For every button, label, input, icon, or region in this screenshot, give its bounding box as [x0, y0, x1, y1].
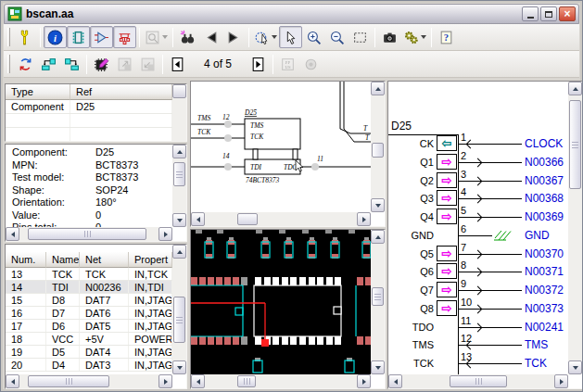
pin-row[interactable]: Q6 ⇨ 8 N00371: [388, 263, 568, 282]
scroll-up-button[interactable]: [371, 82, 385, 95]
scrollbar-vertical[interactable]: [371, 82, 385, 212]
toolbar-grip[interactable]: [7, 55, 10, 73]
column-header[interactable]: Name: [46, 252, 80, 268]
scrollbar-thumb[interactable]: [28, 375, 109, 387]
scroll-down-button[interactable]: [371, 198, 385, 212]
scrollbar-vertical[interactable]: [371, 230, 385, 374]
tools-button[interactable]: [14, 26, 37, 48]
property-row[interactable]: Value:0: [6, 209, 172, 222]
scrollbar-horizontal[interactable]: [191, 212, 371, 226]
pin-row[interactable]: CK ⇦ 1 CLOCK: [388, 135, 568, 154]
scrollbar-thumb[interactable]: [372, 287, 384, 306]
forward-button[interactable]: [222, 26, 246, 48]
pcb-viewport[interactable]: [190, 229, 386, 389]
scroll-up-button[interactable]: [568, 82, 582, 95]
table-row[interactable]: ComponentD25: [6, 100, 172, 114]
zoom-in-button[interactable]: [302, 26, 325, 48]
scroll-right-button[interactable]: [357, 212, 371, 226]
pin-row[interactable]: TDO 11 N00241: [388, 319, 568, 337]
back-button[interactable]: [199, 26, 222, 48]
property-row[interactable]: Orientation:180°: [6, 196, 172, 209]
column-header[interactable]: Ref: [70, 84, 172, 100]
scroll-up-button[interactable]: [172, 84, 186, 98]
column-header[interactable]: Propert: [129, 252, 172, 268]
pin-row[interactable]: GND 6 GND: [388, 227, 568, 246]
pin-row[interactable]: Q7 ⇨ 9 N00372: [388, 282, 568, 300]
scrollbar-thumb[interactable]: [569, 100, 581, 189]
properties-panel[interactable]: Component:D25MPN:BCT8373Test model:BCT83…: [5, 144, 187, 242]
scroll-left-button[interactable]: [6, 374, 19, 388]
pin-row[interactable]: TMS 12 TMS: [388, 336, 568, 355]
pp-us-button[interactable]: PPUS: [276, 53, 299, 75]
property-row[interactable]: Test model:BCT8373: [6, 171, 172, 184]
scroll-left-button[interactable]: [191, 374, 205, 388]
previous-page-button[interactable]: [166, 53, 189, 75]
pin-row[interactable]: Q4 ⇨ 5 N00369: [388, 209, 568, 227]
maximize-button[interactable]: [540, 6, 557, 21]
table-row[interactable]: 13TCKTCKIN,TCK: [6, 268, 172, 281]
close-button[interactable]: ×: [559, 6, 576, 21]
schematic-viewport[interactable]: D25 TMS TCK 12 14 11 TMS TCK TDI TDO 74B…: [190, 81, 386, 227]
title-bar[interactable]: bscan.aa ×: [4, 4, 579, 24]
schematic-view-button[interactable]: [90, 26, 113, 48]
scrollbar-thumb[interactable]: [237, 375, 256, 387]
scroll-down-button[interactable]: [568, 360, 582, 374]
table-row[interactable]: 18VCC+5VPOWER: [6, 333, 172, 346]
component-list-button[interactable]: [67, 26, 90, 48]
info-button[interactable]: i: [44, 26, 67, 48]
pin-row[interactable]: TCK 13 TCK: [388, 355, 568, 373]
toolbar-grip[interactable]: [7, 28, 10, 46]
scrollbar-thumb[interactable]: [372, 143, 384, 158]
scroll-right-button[interactable]: [554, 374, 568, 388]
pin-row[interactable]: Q3 ⇨ 4 N00368: [388, 190, 568, 209]
scrollbar-vertical[interactable]: [568, 82, 582, 374]
table-row[interactable]: 17D6DAT5IN,JTAG: [6, 320, 172, 333]
netlist-view-button[interactable]: [113, 26, 136, 48]
scrollbar-horizontal[interactable]: [191, 374, 371, 388]
pin-row[interactable]: Q1 ⇨ 2 N00366: [388, 154, 568, 172]
select-cursor-button[interactable]: [279, 26, 302, 48]
settings-button[interactable]: [401, 26, 428, 48]
scroll-up-button[interactable]: [172, 245, 186, 259]
zoom-window-button[interactable]: [349, 26, 372, 48]
scroll-up-button[interactable]: [172, 145, 186, 158]
scroll-up-button[interactable]: [371, 230, 385, 244]
refresh-button[interactable]: [14, 53, 37, 75]
scrollbar-thumb[interactable]: [28, 228, 146, 240]
table-row[interactable]: 14TDIN00236IN,TDI: [6, 281, 172, 294]
scroll-down-button[interactable]: [172, 213, 186, 227]
table-row[interactable]: 19D5DAT4IN,JTAG: [6, 346, 172, 359]
previous-component-button[interactable]: [37, 53, 60, 75]
scrollbar-vertical[interactable]: [172, 84, 186, 141]
snapshot-button[interactable]: [378, 26, 401, 48]
probe-button[interactable]: [252, 26, 279, 48]
scroll-down-button[interactable]: [371, 360, 385, 374]
property-row[interactable]: Shape:SOP24: [6, 184, 172, 197]
table-row[interactable]: 16D7DAT6IN,JTAG: [6, 307, 172, 320]
table-row[interactable]: 20D4DAT3IN,JTAG: [6, 359, 172, 372]
next-page-button[interactable]: [247, 53, 270, 75]
column-header[interactable]: Type: [6, 84, 70, 100]
pin-row[interactable]: Q2 ⇨ 3 N00367: [388, 172, 568, 191]
column-header[interactable]: Num.: [6, 252, 46, 268]
preview-button[interactable]: [143, 26, 170, 48]
scroll-right-button[interactable]: [357, 374, 371, 388]
scrollbar-thumb[interactable]: [173, 162, 185, 186]
scrollbar-horizontal[interactable]: [6, 374, 172, 388]
scroll-left-button[interactable]: [191, 212, 205, 226]
table-row[interactable]: 15D8DAT7IN,JTAG: [6, 294, 172, 307]
scrollbar-horizontal[interactable]: [388, 374, 568, 388]
scroll-left-button[interactable]: [6, 227, 19, 241]
scrollbar-vertical[interactable]: [172, 245, 186, 374]
pin-diagram-viewport[interactable]: D25 CK ⇦ 1 CLOCK Q1 ⇨ 2 N00366 Q2 ⇨ 3 N0…: [387, 81, 583, 389]
scrollbar-thumb[interactable]: [173, 297, 185, 343]
edit-chip-button[interactable]: [90, 53, 113, 75]
zoom-out-button[interactable]: [325, 26, 349, 48]
selection-table-panel[interactable]: TypeRef ComponentD25: [5, 83, 187, 142]
find-button[interactable]: [176, 26, 199, 48]
scrollbar-horizontal[interactable]: [6, 227, 172, 241]
minimize-button[interactable]: [522, 6, 539, 21]
pin-row[interactable]: Q8 ⇨ 10 N00373: [388, 300, 568, 319]
column-header[interactable]: Net: [80, 252, 129, 268]
scroll-down-button[interactable]: [172, 360, 186, 374]
